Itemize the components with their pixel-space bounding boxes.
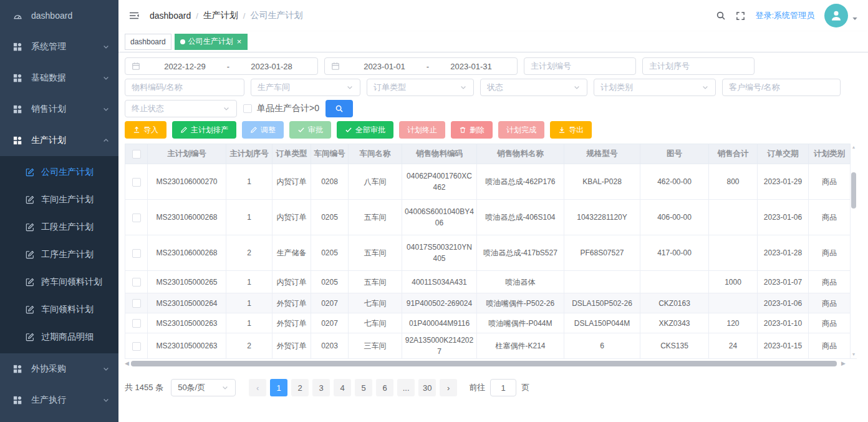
sidebar-item-system-mgmt[interactable]: 系统管理	[0, 31, 118, 62]
material-code-name-input[interactable]: 物料编码/名称	[125, 79, 244, 96]
export-button[interactable]: 导出	[550, 121, 592, 139]
delivery-date-range[interactable]: 2023-01-01 - 2023-01-31	[324, 57, 518, 75]
plan-category-select[interactable]: 计划类别	[594, 79, 716, 96]
sidebar-item-base-data[interactable]: 基础数据	[0, 62, 118, 94]
more-pages-button[interactable]: ...	[397, 379, 415, 396]
table-cell: 喷油器总成-462P176	[477, 164, 564, 200]
single-product-total-checkbox[interactable]: 单品生产合计>0	[243, 100, 319, 117]
customer-code-name-input[interactable]: 客户编号/名称	[722, 79, 841, 96]
adjust-button[interactable]: 调整	[242, 121, 284, 139]
date-end[interactable]: 2023-01-31	[432, 62, 511, 71]
sidebar-item-production-exec[interactable]: 生产执行	[0, 385, 118, 416]
table-row[interactable]: MS2301060002701内贸订单0208八车间04062P4001760X…	[125, 164, 851, 200]
checkbox-icon[interactable]	[243, 104, 252, 113]
tag-active[interactable]: 公司生产计划 ×	[175, 34, 248, 50]
goto-page-input[interactable]: 1	[490, 379, 516, 396]
approve-all-button[interactable]: 全部审批	[337, 121, 393, 139]
search-button[interactable]	[326, 100, 353, 117]
table-row[interactable]: MS2301050002631外贸订单0207七车间01P400044M9116…	[125, 313, 851, 333]
hamburger-icon[interactable]	[128, 11, 140, 21]
sidebar-item-dashboard[interactable]: dashboard	[0, 0, 118, 31]
vertical-scroll-thumb[interactable]	[851, 172, 856, 209]
tag-close-icon[interactable]: ×	[236, 37, 243, 46]
sidebar-item-expired-goods-detail[interactable]: 过期商品明细	[0, 323, 118, 351]
sidebar-subitem-label: 公司生产计划	[41, 167, 118, 178]
prev-page-button[interactable]: ‹	[249, 379, 266, 396]
avatar[interactable]	[824, 4, 848, 27]
row-checkbox[interactable]	[132, 178, 141, 187]
next-page-button[interactable]: ›	[440, 379, 457, 396]
fullscreen-icon[interactable]	[736, 11, 745, 21]
row-checkbox[interactable]	[132, 342, 141, 351]
page-button-30[interactable]: 30	[418, 379, 436, 396]
master-plan-no-input[interactable]: 主计划编号	[524, 57, 636, 75]
row-checkbox[interactable]	[132, 213, 141, 222]
master-plan-schedule-button[interactable]: 主计划排产	[172, 121, 236, 139]
scroll-left-arrow-icon[interactable]: ◀	[125, 360, 129, 367]
terminate-status-select[interactable]: 终止状态	[125, 100, 237, 117]
page-button-6[interactable]: 6	[376, 379, 393, 396]
table-horizontal-scrollbar[interactable]: ◀ ▶	[125, 360, 851, 368]
sidebar-item-process-production-plan[interactable]: 工序生产计划	[0, 241, 118, 268]
horizontal-scroll-thumb[interactable]	[131, 361, 837, 366]
page-button-3[interactable]: 3	[312, 379, 330, 396]
modules-grid-icon	[12, 105, 22, 114]
tag-item[interactable]: dashboard	[125, 34, 171, 50]
scroll-down-arrow-icon[interactable]: ▼	[851, 351, 857, 358]
page-button-2[interactable]: 2	[291, 379, 309, 396]
sidebar-item-company-production-plan[interactable]: 公司生产计划	[0, 159, 118, 186]
row-checkbox[interactable]	[132, 278, 141, 287]
scroll-up-arrow-icon[interactable]: ▲	[851, 144, 857, 150]
table-cell: MS230105000265	[148, 271, 226, 293]
filter-panel: 2022-12-29 - 2023-01-28 2023-01-01 - 202…	[125, 57, 862, 117]
breadcrumb-item[interactable]: 生产计划	[203, 10, 238, 21]
table-row[interactable]: MS2301050002641外贸订单0207七车间91P400502-2690…	[125, 293, 851, 313]
table-row[interactable]: MS2301060002681内贸订单0205五车间04006S6001040B…	[125, 200, 851, 235]
date-start[interactable]: 2023-01-01	[345, 62, 424, 71]
page-button-1[interactable]: 1	[270, 379, 287, 396]
sidebar-item-cross-workshop-picking-plan[interactable]: 跨车间领料计划	[0, 268, 118, 296]
row-checkbox[interactable]	[132, 299, 141, 308]
sidebar-item-production-plan[interactable]: 生产计划	[0, 125, 118, 156]
user-menu[interactable]	[824, 4, 858, 27]
breadcrumb-item[interactable]: dashboard	[150, 11, 191, 21]
table-cell: 0205	[311, 271, 349, 293]
search-icon[interactable]	[716, 11, 726, 21]
plan-terminate-button[interactable]: 计划终止	[399, 121, 445, 139]
sidebar-item-sales-plan[interactable]: 销售计划	[0, 94, 118, 125]
sidebar-item-section-production-plan[interactable]: 工段生产计划	[0, 213, 118, 241]
table-cell: 0205	[311, 235, 349, 271]
page-size-select[interactable]: 50条/页	[171, 379, 236, 396]
plan-complete-button[interactable]: 计划完成	[498, 121, 544, 139]
row-checkbox[interactable]	[132, 249, 141, 258]
select-all-checkbox[interactable]	[132, 150, 141, 159]
page-button-4[interactable]: 4	[334, 379, 351, 396]
import-button[interactable]: 导入	[125, 121, 166, 139]
scroll-right-arrow-icon[interactable]: ▶	[841, 360, 846, 367]
plan-date-range[interactable]: 2022-12-29 - 2023-01-28	[125, 57, 318, 75]
row-checkbox[interactable]	[132, 319, 141, 328]
sidebar-item-workshop-picking-plan[interactable]: 车间领料计划	[0, 296, 118, 323]
page-button-5[interactable]: 5	[355, 379, 372, 396]
sidebar-item-outsourcing-purchase[interactable]: 外协采购	[0, 353, 118, 385]
master-plan-seq-input[interactable]: 主计划序号	[642, 57, 755, 75]
date-start[interactable]: 2022-12-29	[145, 62, 224, 71]
table-row[interactable]: MS2301060002682生产储备0205五车间04017S5003210Y…	[125, 235, 851, 271]
delete-button[interactable]: 删除	[451, 121, 493, 139]
table-cell: MS230105000264	[148, 293, 226, 313]
table-row[interactable]: MS2301050002651内贸订单0205五车间40011S034A431喷…	[125, 271, 851, 293]
breadcrumb-separator: /	[243, 11, 246, 21]
status-select[interactable]: 状态	[480, 79, 587, 96]
table-cell	[709, 200, 758, 235]
sidebar-subitem-label: 跨车间领料计划	[41, 277, 118, 288]
order-type-select[interactable]: 订单类型	[367, 79, 474, 96]
date-end[interactable]: 2023-01-28	[232, 62, 311, 71]
approve-button[interactable]: 审批	[289, 121, 331, 139]
column-header: 车间名称	[349, 144, 402, 164]
table-vertical-scrollbar[interactable]: ▲ ▼	[851, 144, 857, 359]
sidebar-subitem-label: 车间生产计划	[41, 194, 118, 205]
table-row[interactable]: MS2301050002632外贸订单0203三车间92A135000K2142…	[125, 333, 851, 359]
production-workshop-select[interactable]: 生产车间	[251, 79, 360, 96]
sidebar-item-workshop-production-plan[interactable]: 车间生产计划	[0, 186, 118, 213]
page-unit-label: 页	[521, 382, 529, 393]
